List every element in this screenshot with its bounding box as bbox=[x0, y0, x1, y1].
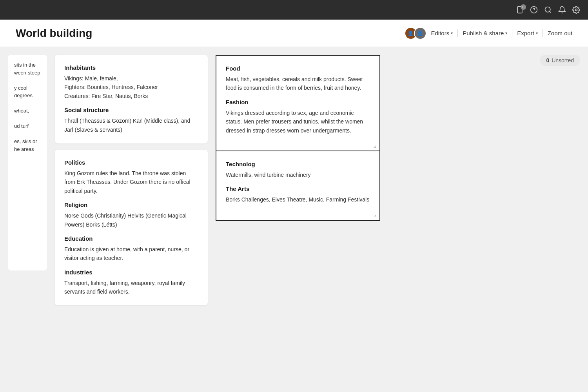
publish-chevron-icon: ▾ bbox=[505, 31, 507, 35]
header: World building 👤 👤 Editors ▾ Publish & s… bbox=[0, 20, 588, 47]
help-icon[interactable] bbox=[530, 6, 538, 14]
avatars: 👤 👤 bbox=[405, 27, 426, 40]
industries-text: Transport, fishing, farming, weaponry, r… bbox=[64, 279, 198, 296]
left-column: Inhabitants Vikings: Male, female,Fighte… bbox=[55, 55, 208, 384]
food-text: Meat, fish, vegetables, cereals and milk… bbox=[226, 75, 370, 93]
resize-handle-2[interactable]: ⊿ bbox=[373, 214, 378, 218]
resize-handle-1[interactable]: ⊿ bbox=[373, 144, 378, 149]
politics-text: King Gozom rules the land. The throne wa… bbox=[64, 169, 198, 195]
search-icon[interactable] bbox=[544, 6, 552, 14]
right-column: Food Meat, fish, vegetables, cereals and… bbox=[216, 55, 380, 384]
arts-title: The Arts bbox=[226, 185, 370, 192]
topbar: 0 bbox=[0, 0, 588, 20]
settings-icon[interactable] bbox=[572, 6, 580, 14]
left-partial-panel: sits in the ween steep y cool degrees wh… bbox=[0, 47, 47, 392]
bell-icon[interactable] bbox=[558, 6, 566, 14]
editors-chevron-icon: ▾ bbox=[451, 31, 453, 35]
divider-2 bbox=[512, 29, 512, 37]
politics-card: Politics King Gozom rules the land. The … bbox=[55, 150, 208, 306]
food-title: Food bbox=[226, 65, 370, 72]
publish-label: Publish & share bbox=[463, 30, 504, 36]
fashion-title: Fashion bbox=[226, 99, 370, 105]
inhabitants-card: Inhabitants Vikings: Male, female,Fighte… bbox=[55, 55, 208, 143]
export-chevron-icon: ▾ bbox=[536, 31, 538, 35]
editors-label: Editors bbox=[431, 30, 450, 36]
inhabitants-title: Inhabitants bbox=[64, 64, 198, 71]
content-area: Inhabitants Vikings: Male, female,Fighte… bbox=[47, 47, 588, 392]
header-right: 👤 👤 Editors ▾ Publish & share ▾ Export ▾… bbox=[405, 27, 572, 40]
education-text: Education is given at home, with a paren… bbox=[64, 245, 198, 263]
religion-title: Religion bbox=[64, 201, 198, 208]
industries-title: Industries bbox=[64, 269, 198, 276]
unsorted-count: 0 bbox=[546, 57, 549, 64]
left-partial-card: sits in the ween steep y cool degrees wh… bbox=[8, 55, 47, 270]
svg-line-5 bbox=[550, 11, 551, 13]
inhabitants-text: Vikings: Male, female,Fighters: Bounties… bbox=[64, 74, 198, 100]
food-card: Food Meat, fish, vegetables, cereals and… bbox=[216, 55, 380, 151]
editors-button[interactable]: Editors ▾ bbox=[431, 30, 453, 36]
page-title: World building bbox=[16, 27, 92, 40]
zoom-button[interactable]: Zoom out bbox=[548, 30, 572, 36]
partial-text: sits in the ween steep y cool degrees wh… bbox=[14, 61, 41, 153]
social-structure-text: Thrall (Theassus & Gozom) Karl (Middle c… bbox=[64, 116, 198, 134]
technology-title: Technolog bbox=[226, 161, 370, 167]
social-structure-title: Social structure bbox=[64, 107, 198, 113]
main-content: 0 Unsorted sits in the ween steep y cool… bbox=[0, 47, 588, 392]
unsorted-badge[interactable]: 0 Unsorted bbox=[540, 55, 580, 66]
export-label: Export bbox=[517, 30, 534, 36]
publish-button[interactable]: Publish & share ▾ bbox=[463, 30, 507, 36]
arts-text: Borks Challenges, Elves Theatre, Music, … bbox=[226, 195, 370, 204]
avatar-2: 👤 bbox=[414, 27, 426, 40]
tablet-icon[interactable]: 0 bbox=[516, 6, 524, 14]
technology-text: Watermills, wind turbine machinery bbox=[226, 171, 370, 179]
fashion-text: Vikings dressed according to sex, age an… bbox=[226, 109, 370, 135]
export-button[interactable]: Export ▾ bbox=[517, 30, 537, 36]
zoom-label: Zoom out bbox=[548, 30, 572, 36]
politics-title: Politics bbox=[64, 159, 198, 166]
svg-point-4 bbox=[545, 7, 550, 12]
technology-card: Technolog Watermills, wind turbine machi… bbox=[216, 151, 380, 221]
divider-3 bbox=[543, 29, 543, 37]
tablet-badge: 0 bbox=[521, 4, 526, 10]
religion-text: Norse Gods (Christianity) Helvits (Genet… bbox=[64, 211, 198, 229]
divider-1 bbox=[457, 29, 458, 37]
unsorted-label: Unsorted bbox=[552, 57, 574, 64]
svg-point-6 bbox=[575, 9, 577, 11]
education-title: Education bbox=[64, 235, 198, 242]
